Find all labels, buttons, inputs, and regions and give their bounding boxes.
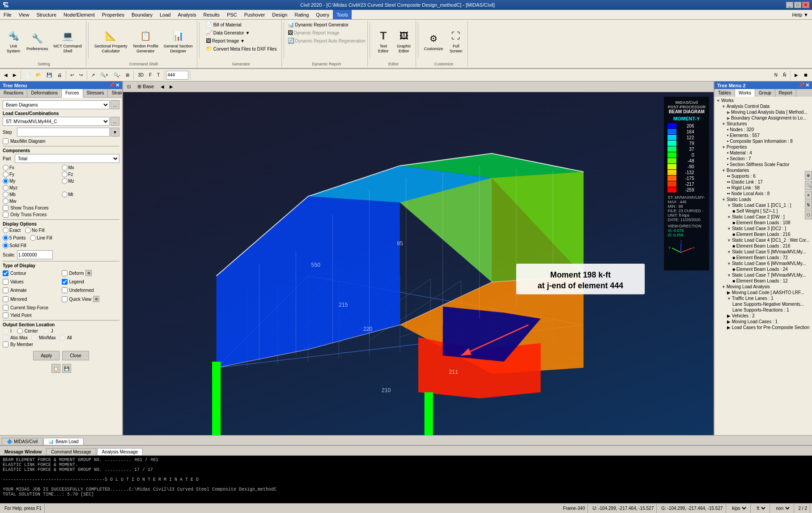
quick-view-more-btn[interactable]: ⚙ — [93, 296, 99, 302]
save-button[interactable]: 💾 — [44, 70, 54, 80]
menu-item-view[interactable]: View — [15, 10, 33, 19]
fy-radio[interactable] — [3, 171, 9, 177]
viewport-content[interactable]: Moment 198 k-ft at j-end of element 444 … — [123, 92, 714, 435]
diagram-type-more-button[interactable]: ... — [111, 100, 119, 109]
right-tab-group[interactable]: Group — [755, 89, 775, 97]
stop-button[interactable]: ⏹ — [801, 70, 810, 80]
tab-strains[interactable]: Strains — [108, 89, 123, 97]
min-max-checkbox[interactable] — [31, 335, 37, 341]
tree-static-loads[interactable]: ▼ Static Loads — [721, 197, 811, 202]
yield-point-checkbox[interactable] — [3, 312, 9, 318]
step-btn[interactable]: ▼ — [111, 128, 119, 137]
deform-checkbox[interactable] — [62, 270, 68, 276]
mirrored-checkbox[interactable] — [3, 296, 9, 302]
left-panel-close-button[interactable]: ✕ — [115, 82, 119, 88]
print-button[interactable]: 🖨 — [55, 70, 64, 80]
vtab-midas-civil[interactable]: 🔷 MIDAS/Civil — [2, 438, 43, 445]
load-case-select[interactable]: ST: MVmaxMVLMy444_C — [3, 117, 110, 126]
n-button[interactable]: N — [772, 70, 780, 80]
mt-radio[interactable] — [62, 192, 68, 197]
open-button[interactable]: 📂 — [34, 70, 43, 80]
unit-1[interactable]: kips — [728, 504, 751, 513]
tree-boundaries[interactable]: ▼ Boundaries — [721, 167, 811, 173]
view-btn-left[interactable]: ◀ — [158, 82, 166, 92]
part-select[interactable]: Total — [15, 154, 119, 163]
tree-mla-code[interactable]: ▶ Moving Load Code [ AASHTO LRF... — [726, 290, 811, 295]
redo-button[interactable]: ↪ — [77, 70, 85, 80]
tree-vehicles[interactable]: ▶ Vehicles : 2 — [726, 313, 811, 319]
tree-elastic-link[interactable]: •• Elastic Link : 17 — [726, 179, 811, 185]
forward-button[interactable]: ▶ — [11, 70, 19, 80]
exact-radio[interactable] — [3, 227, 9, 233]
menu-item-boundary[interactable]: Boundary — [128, 10, 156, 19]
view-btn-right[interactable]: ▶ — [167, 82, 175, 92]
tree-moving-cases[interactable]: ▶ Moving Load Cases : 1 — [726, 319, 811, 325]
zoom-fit-button[interactable]: ⊞ — [123, 70, 132, 80]
tree-boundary-change[interactable]: ▶ Boundary Change Assignment to Lo... — [726, 115, 811, 121]
general-section-button[interactable]: 📊 General SectionDesigner — [162, 26, 195, 57]
mz-radio[interactable] — [62, 178, 68, 184]
element-number-input[interactable] — [166, 71, 188, 80]
right-panel-pin-button[interactable]: 📌 — [799, 82, 804, 88]
menu-item-rating[interactable]: Rating — [291, 10, 312, 19]
only-truss-forces-checkbox[interactable] — [3, 212, 9, 218]
tree-nodes[interactable]: • Nodes : 320 — [726, 127, 811, 133]
line-fill-radio[interactable] — [30, 235, 36, 241]
show-truss-forces-checkbox[interactable] — [3, 205, 9, 211]
menu-item-psc[interactable]: PSC — [223, 10, 241, 19]
myz-radio[interactable] — [3, 185, 9, 191]
right-panel-close-button[interactable]: ✕ — [805, 82, 809, 88]
tree-slc4[interactable]: ▼ Static Load Case 4 [DC1_2 : Wet Cor... — [726, 237, 811, 243]
tree-pre-composite[interactable]: ▶ Load Cases for Pre-Composite Section — [726, 325, 811, 330]
view-front-button[interactable]: F — [147, 70, 154, 80]
dynamic-report-auto-label[interactable]: Dynamic Report Auto Regeneration — [295, 38, 366, 43]
center-radio[interactable] — [17, 328, 23, 334]
tree-slc4-beam[interactable]: ■ Element Beam Loads : 216 — [731, 243, 811, 249]
side-icon-4[interactable]: ⇅ — [805, 201, 812, 209]
menu-item-analysis[interactable]: Analysis — [174, 10, 200, 19]
menu-item-design[interactable]: Design — [268, 10, 291, 19]
mct-command-button[interactable]: 💻 MCT CommandShell — [51, 26, 84, 57]
menu-item-tools[interactable]: Tools — [333, 10, 352, 19]
tree-mla-lanes[interactable]: ▼ Traffic Line Lanes : 1 — [726, 295, 811, 301]
tree-properties[interactable]: ▼ Properties — [721, 144, 811, 150]
diagram-type-select[interactable]: Beam Diagrams — [3, 100, 110, 109]
data-generator-label[interactable]: Data Generator ▼ — [213, 30, 250, 35]
solid-fill-radio[interactable] — [3, 243, 9, 248]
tab-command-message[interactable]: Command Message — [46, 448, 96, 455]
tab-stresses[interactable]: Stresses — [83, 89, 108, 97]
undo-button[interactable]: ↩ — [68, 70, 76, 80]
convert-meta-label[interactable]: Convert Meta Files to DXF Files — [213, 47, 277, 51]
zoom-out-button[interactable]: 🔍- — [111, 70, 123, 80]
tree-elements[interactable]: • Elements : 557 — [726, 133, 811, 138]
tree-slc5-beam[interactable]: ■ Element Beam Loads : 72 — [731, 255, 811, 261]
view-top-button[interactable]: T — [155, 70, 162, 80]
menu-item-structure[interactable]: Structure — [33, 10, 60, 19]
text-editor-button[interactable]: T TextEditor — [374, 26, 393, 57]
new-button[interactable]: 📄 — [23, 70, 33, 80]
right-tab-tables[interactable]: Tables — [714, 89, 735, 97]
unit-3[interactable]: non — [772, 504, 794, 513]
by-member-checkbox[interactable] — [3, 342, 9, 347]
sectional-property-button[interactable]: 📐 Sectional PropertyCalculator — [92, 26, 130, 57]
no-fill-radio[interactable] — [25, 227, 31, 233]
mw-radio[interactable] — [3, 198, 9, 204]
unit-1-select[interactable]: kips — [731, 505, 748, 511]
current-step-force-checkbox[interactable] — [3, 305, 9, 311]
icon-btn-1[interactable]: 📋 — [51, 364, 60, 373]
menu-item-file[interactable]: File — [0, 10, 15, 19]
tree-lane-neg[interactable]: Lane Supports-Negative Moments... — [731, 301, 811, 307]
contour-checkbox[interactable] — [3, 270, 9, 276]
menu-item-results[interactable]: Results — [200, 10, 223, 19]
five-points-radio[interactable] — [3, 235, 9, 241]
fz-radio[interactable] — [62, 171, 68, 177]
tree-lane-react[interactable]: Lane Supports-Reactions : 1 — [731, 307, 811, 313]
tab-reactions[interactable]: Reactions — [0, 89, 27, 97]
tree-structures[interactable]: ▼ Structures — [721, 121, 811, 127]
help-menu[interactable]: Help ▼ — [788, 10, 812, 19]
tree-slc6-beam[interactable]: ■ Element Beam Loads : 24 — [731, 266, 811, 272]
all-checkbox[interactable] — [60, 335, 65, 341]
tree-slc2-beam[interactable]: ■ Element Beam Loads : 108 — [731, 220, 811, 226]
tree-supports[interactable]: •• Supports : 6 — [726, 173, 811, 179]
back-button[interactable]: ◀ — [2, 70, 10, 80]
